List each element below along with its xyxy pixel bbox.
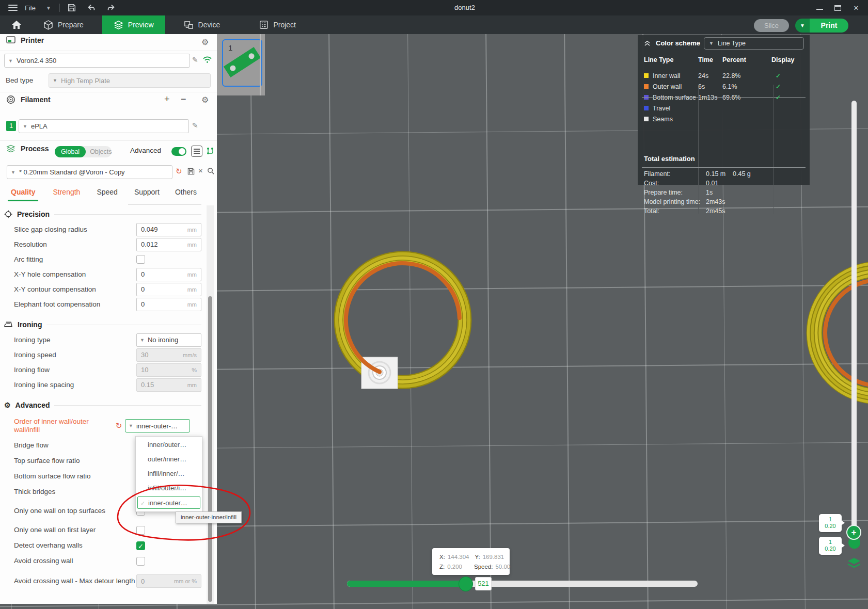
delete-preset-icon[interactable]: × <box>198 166 203 175</box>
search-icon[interactable] <box>207 167 215 175</box>
only-one-wall-first-layer-checkbox[interactable] <box>136 526 145 535</box>
print-button[interactable]: Print <box>810 19 848 33</box>
layer-badge-upper: 10.20 <box>819 514 842 532</box>
bed-type-select[interactable]: ▼ High Temp Plate <box>49 73 211 88</box>
printer-select[interactable]: ▼ Voron2.4 350 <box>4 54 190 68</box>
dropdown-option[interactable]: outer/inner… <box>136 452 202 467</box>
wifi-icon[interactable] <box>202 56 212 63</box>
dropdown-option[interactable]: infill/inner/… <box>136 467 202 481</box>
printer-settings-gear-icon[interactable]: ⚙ <box>201 37 209 47</box>
save-preset-icon[interactable] <box>187 167 195 175</box>
resolution-input[interactable]: 0.012mm <box>136 238 201 251</box>
line-type-row: Seams <box>638 114 810 124</box>
close-button[interactable]: ✕ <box>853 4 860 12</box>
tab-others[interactable]: Others <box>174 187 198 201</box>
filament-section-title: Filament <box>21 95 51 104</box>
redo-icon[interactable] <box>106 3 116 12</box>
parameter-list-icon[interactable] <box>191 146 202 157</box>
dropdown-option[interactable]: inner/outer… <box>136 438 202 452</box>
line-type-row: Travel <box>638 103 810 114</box>
print-dropdown-button[interactable]: ▼ <box>795 19 810 33</box>
prepare-tab[interactable]: Prepare <box>38 15 89 34</box>
filament-settings-gear-icon[interactable]: ⚙ <box>201 95 209 105</box>
scope-global[interactable]: Global <box>55 146 86 157</box>
line-type-select[interactable]: ▼ Line Type <box>704 37 804 50</box>
maximize-button[interactable] <box>834 5 841 11</box>
detect-overhang-walls-checkbox[interactable] <box>136 541 145 550</box>
layer-slider-handle-upper[interactable]: + <box>846 525 861 540</box>
printer-icon <box>6 36 15 44</box>
edit-filament-icon[interactable]: ✎ <box>192 121 198 130</box>
prepare-label: Prepare <box>58 21 84 29</box>
precision-icon <box>4 210 12 218</box>
order-select[interactable]: ▼inner-outer-… <box>125 419 190 432</box>
setting-row: Only one wall on first layer <box>0 522 206 538</box>
reset-preset-icon[interactable]: ↻ <box>176 167 182 176</box>
project-tab[interactable]: Project <box>254 15 301 34</box>
file-menu[interactable]: File ▼ <box>0 4 51 12</box>
minimize-button[interactable] <box>816 6 823 10</box>
device-tab[interactable]: Device <box>179 15 226 34</box>
printer-section-title: Printer <box>21 36 44 44</box>
collapse-icon[interactable] <box>644 40 651 46</box>
preview-tab-active[interactable]: Preview <box>102 15 165 34</box>
ironing-type-select[interactable]: ▼No ironing <box>136 333 201 347</box>
slice-gap-input[interactable]: 0.049mm <box>136 223 201 236</box>
add-filament-button[interactable]: + <box>164 94 170 105</box>
file-menu-label: File <box>25 4 36 12</box>
device-icon <box>184 20 194 30</box>
setting-row: Resolution 0.012mm <box>0 237 206 252</box>
color-scheme-panel: Color scheme ▼ Line Type Line Type Time … <box>638 35 810 185</box>
scope-objects[interactable]: Objects <box>86 148 116 155</box>
advanced-mode-toggle[interactable] <box>171 147 186 156</box>
process-preset-select[interactable]: ▼ * 0.20mm Standard @Voron - Copy <box>7 165 172 179</box>
estimation-row: Total:2m45s <box>644 207 733 215</box>
line-type-row: Inner wall 24s 22.8% <box>638 70 810 81</box>
tab-speed[interactable]: Speed <box>96 187 118 201</box>
seams-swatch <box>644 117 649 121</box>
check-icon: ✓ <box>140 497 145 509</box>
outer-wall-swatch <box>644 84 649 89</box>
xy-hole-input[interactable]: 0mm <box>136 268 201 281</box>
arc-fitting-checkbox[interactable] <box>136 255 145 264</box>
reset-order-icon[interactable]: ↻ <box>114 421 123 430</box>
home-tab[interactable] <box>4 15 29 34</box>
estimation-row: Filament:0.15 m0.45 g <box>644 170 751 178</box>
chevron-down-icon: ▼ <box>709 41 714 46</box>
divider <box>642 167 806 168</box>
plate-list: 1 <box>217 34 265 95</box>
dropdown-option[interactable]: infill/outer/i… <box>136 481 202 495</box>
elephant-foot-input[interactable]: 0mm <box>136 298 201 311</box>
setting-row: Arc fitting <box>0 252 206 267</box>
save-icon[interactable] <box>67 3 76 12</box>
chevron-down-icon[interactable]: ▼ <box>46 5 51 11</box>
layer-slider[interactable] <box>851 101 857 537</box>
tab-quality[interactable]: Quality <box>10 187 36 201</box>
undo-icon[interactable] <box>87 3 96 12</box>
panel-scrollbar-thumb[interactable] <box>208 296 212 602</box>
filament-slot-badge: 1 <box>6 121 16 131</box>
project-label: Project <box>273 21 296 29</box>
layers-view-icon[interactable] <box>847 557 861 569</box>
move-slider-handle[interactable] <box>459 576 473 591</box>
process-section-title: Process <box>21 145 49 153</box>
gcode-viewer-icon[interactable] <box>206 147 214 156</box>
scope-toggle[interactable]: Global Objects <box>55 146 112 157</box>
dropdown-tooltip: inner-outer-inner/infill <box>176 511 242 523</box>
move-slider[interactable] <box>347 581 698 587</box>
settings-scroll-area[interactable]: Precision Slice gap closing radius 0.049… <box>0 204 206 594</box>
remove-filament-button[interactable]: − <box>181 94 186 105</box>
total-estimation-title: Total estimation <box>644 155 695 163</box>
setting-row: X-Y contour compensation 0mm <box>0 282 206 297</box>
xy-contour-input[interactable]: 0mm <box>136 283 201 296</box>
filament-select[interactable]: ▼ ePLA <box>19 119 189 133</box>
dropdown-option-selected[interactable]: ✓inner-outer… <box>137 496 200 509</box>
edit-printer-icon[interactable]: ✎ <box>192 56 198 64</box>
plate-thumbnail[interactable]: 1 <box>222 39 262 87</box>
ironing-icon <box>4 321 13 328</box>
slice-button[interactable]: Slice <box>754 19 789 32</box>
tab-strength[interactable]: Strength <box>52 187 81 201</box>
tab-support[interactable]: Support <box>133 187 161 201</box>
avoid-crossing-wall-checkbox[interactable] <box>136 557 145 566</box>
ironing-section-header: Ironing <box>4 319 206 330</box>
